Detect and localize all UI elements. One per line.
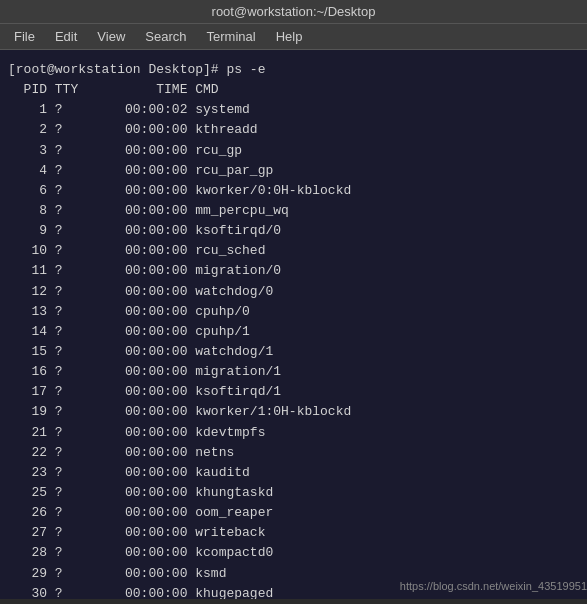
- ps-row: 14 ? 00:00:00 cpuhp/1: [8, 322, 579, 342]
- watermark: https://blog.csdn.net/weixin_43519951: [400, 578, 587, 595]
- ps-row: 17 ? 00:00:00 ksoftirqd/1: [8, 382, 579, 402]
- ps-row: 2 ? 00:00:00 kthreadd: [8, 120, 579, 140]
- menu-item-view[interactable]: View: [87, 26, 135, 47]
- ps-row: 9 ? 00:00:00 ksoftirqd/0: [8, 221, 579, 241]
- ps-row: 26 ? 00:00:00 oom_reaper: [8, 503, 579, 523]
- menu-bar: FileEditViewSearchTerminalHelp: [0, 24, 587, 50]
- ps-row: 21 ? 00:00:00 kdevtmpfs: [8, 423, 579, 443]
- terminal-body: [root@workstation Desktop]# ps -e PID TT…: [0, 50, 587, 599]
- menu-item-edit[interactable]: Edit: [45, 26, 87, 47]
- ps-row: 28 ? 00:00:00 kcompactd0: [8, 543, 579, 563]
- ps-header: PID TTY TIME CMD: [8, 80, 579, 100]
- ps-row: 8 ? 00:00:00 mm_percpu_wq: [8, 201, 579, 221]
- menu-item-file[interactable]: File: [4, 26, 45, 47]
- title-text: root@workstation:~/Desktop: [212, 4, 376, 19]
- ps-row: 27 ? 00:00:00 writeback: [8, 523, 579, 543]
- ps-row: 3 ? 00:00:00 rcu_gp: [8, 141, 579, 161]
- ps-row: 1 ? 00:00:02 systemd: [8, 100, 579, 120]
- ps-row: 19 ? 00:00:00 kworker/1:0H-kblockd: [8, 402, 579, 422]
- ps-row: 23 ? 00:00:00 kauditd: [8, 463, 579, 483]
- menu-item-terminal[interactable]: Terminal: [197, 26, 266, 47]
- prompt-line: [root@workstation Desktop]# ps -e: [8, 60, 579, 80]
- ps-row: 12 ? 00:00:00 watchdog/0: [8, 282, 579, 302]
- ps-row: 25 ? 00:00:00 khungtaskd: [8, 483, 579, 503]
- ps-row: 10 ? 00:00:00 rcu_sched: [8, 241, 579, 261]
- ps-row: 15 ? 00:00:00 watchdog/1: [8, 342, 579, 362]
- ps-row: 16 ? 00:00:00 migration/1: [8, 362, 579, 382]
- menu-item-help[interactable]: Help: [266, 26, 313, 47]
- ps-row: 13 ? 00:00:00 cpuhp/0: [8, 302, 579, 322]
- ps-row: 6 ? 00:00:00 kworker/0:0H-kblockd: [8, 181, 579, 201]
- ps-row: 11 ? 00:00:00 migration/0: [8, 261, 579, 281]
- ps-row: 22 ? 00:00:00 netns: [8, 443, 579, 463]
- ps-row: 4 ? 00:00:00 rcu_par_gp: [8, 161, 579, 181]
- title-bar: root@workstation:~/Desktop: [0, 0, 587, 24]
- menu-item-search[interactable]: Search: [135, 26, 196, 47]
